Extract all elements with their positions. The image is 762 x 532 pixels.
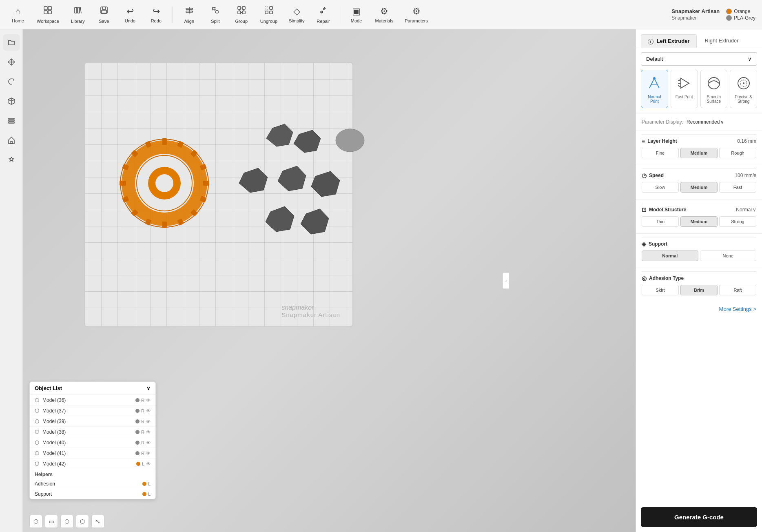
toolbar-group[interactable]: Group (230, 3, 253, 26)
sidebar-item-house[interactable] (3, 132, 20, 149)
bottom-tool-expand[interactable]: ⤡ (91, 515, 104, 528)
generate-gcode-button[interactable]: Generate G-code (641, 507, 757, 527)
layer-height-medium[interactable]: Medium (680, 148, 718, 158)
structure-thin[interactable]: Thin (642, 216, 679, 227)
param-display-value[interactable]: Recommended ∨ (687, 119, 724, 125)
bottom-tool-cube[interactable]: ⬡ (29, 515, 42, 528)
svg-point-32 (155, 174, 173, 192)
visibility-icon[interactable]: 👁 (146, 419, 151, 424)
visibility-icon[interactable]: 👁 (146, 430, 151, 434)
visibility-icon[interactable]: 👁 (146, 408, 151, 413)
model-icon: ⬡ (35, 418, 39, 424)
layer-height-fine[interactable]: Fine (642, 148, 679, 158)
list-item[interactable]: ⬡ Model (36) R 👁 (30, 395, 155, 406)
tab-left-extruder[interactable]: i Left Extruder (641, 34, 697, 48)
list-item[interactable]: ⬡ Model (38) R 👁 (30, 427, 155, 437)
sidebar-item-transform[interactable] (3, 73, 20, 90)
toolbar-align[interactable]: Align (178, 3, 201, 26)
collapse-icon[interactable]: ∨ (146, 385, 151, 391)
param-display-chevron: ∨ (720, 119, 724, 125)
svg-marker-55 (266, 206, 294, 232)
mode-smooth-surface[interactable]: Smooth Surface (700, 70, 728, 108)
repair-icon (319, 6, 328, 17)
svg-rect-4 (75, 7, 77, 13)
toolbar-mode[interactable]: ▣ Mode (345, 4, 368, 26)
svg-marker-52 (239, 168, 268, 193)
toolbar-home[interactable]: ⌂ Home (7, 4, 29, 26)
toolbar-split[interactable]: Split (204, 3, 227, 26)
speed-medium[interactable]: Medium (680, 182, 718, 193)
adhesion-raft[interactable]: Raft (719, 285, 756, 295)
visibility-icon[interactable]: 👁 (146, 398, 151, 403)
toolbar-undo[interactable]: ↩ Undo (119, 4, 142, 26)
toolbar-library[interactable]: Library (66, 3, 89, 26)
right-material-label: PLA-Grey (734, 15, 755, 21)
list-item[interactable]: ⬡ Model (40) R 👁 (30, 437, 155, 448)
layer-height-rough[interactable]: Rough (719, 148, 756, 158)
mode-normal-print[interactable]: Normal Print (641, 70, 668, 108)
layers-icon: ≡ (642, 138, 645, 144)
toolbar-workspace[interactable]: Workspace (33, 3, 63, 26)
layer-height-label: ≡ Layer Height (642, 138, 677, 144)
helper-support-item[interactable]: Support L (30, 489, 155, 499)
svg-marker-54 (311, 171, 340, 197)
svg-rect-1 (48, 7, 51, 10)
visibility-icon[interactable]: 👁 (146, 440, 151, 445)
precise-strong-label: Precise & Strong (733, 95, 754, 104)
more-settings-link[interactable]: More Settings > (636, 302, 762, 316)
support-none[interactable]: None (700, 250, 757, 261)
bottom-tool-shape[interactable]: ⬡ (76, 515, 89, 528)
svg-rect-20 (265, 11, 268, 14)
structure-icon: ⊡ (642, 206, 647, 213)
support-section: ◈ Support Normal None (636, 233, 762, 268)
toolbar-materials[interactable]: ⚙ Materials (371, 4, 398, 26)
panel-collapse-handle[interactable]: ‹ (503, 273, 509, 289)
mode-precise-strong[interactable]: Precise & Strong (730, 70, 757, 108)
adhesion-icon: ◎ (642, 275, 647, 282)
right-material-row: PLA-Grey (726, 15, 755, 21)
structure-strong[interactable]: Strong (719, 216, 756, 227)
parameter-display-section: Parameter Display: Recommended ∨ (636, 113, 762, 131)
speed-fast[interactable]: Fast (719, 182, 756, 193)
svg-rect-17 (242, 11, 245, 14)
support-normal[interactable]: Normal (642, 250, 698, 261)
sidebar-item-folder[interactable] (3, 34, 20, 51)
svg-rect-21 (270, 11, 272, 14)
sidebar-item-layers[interactable] (3, 113, 20, 129)
list-item[interactable]: ⬡ Model (37) R 👁 (30, 406, 155, 416)
fast-print-icon (675, 74, 693, 92)
model-structure-value[interactable]: Normal ∨ (736, 207, 756, 213)
svg-rect-16 (238, 11, 241, 14)
speed-label: ◷ Speed (642, 172, 664, 179)
mode-fast-print[interactable]: Fast Print (671, 70, 698, 108)
list-item[interactable]: ⬡ Model (39) R 👁 (30, 416, 155, 427)
visibility-icon[interactable]: 👁 (146, 461, 151, 466)
object-group-ring[interactable] (117, 136, 211, 232)
adhesion-brim[interactable]: Brim (680, 285, 718, 295)
bottom-tool-hex[interactable]: ⬡ (60, 515, 73, 528)
adhesion-skirt[interactable]: Skirt (642, 285, 679, 295)
sidebar-item-paint[interactable] (3, 152, 20, 168)
helper-adhesion-item[interactable]: Adhesion L (30, 479, 155, 489)
sidebar-item-cube[interactable] (3, 93, 20, 109)
bottom-tool-box[interactable]: ▭ (45, 515, 58, 528)
speed-row: ◷ Speed 100 mm/s Slow Medium Fast (642, 168, 756, 196)
tab-right-extruder[interactable]: Right Extruder (698, 34, 745, 48)
structure-medium[interactable]: Medium (680, 216, 718, 227)
sidebar-item-move[interactable] (3, 54, 20, 70)
viewport[interactable]: snapmaker Snapmaker Artisan Object List … (23, 29, 636, 532)
list-item[interactable]: ⬡ Model (41) R 👁 (30, 448, 155, 459)
profile-value: Default (646, 56, 663, 62)
toolbar-ungroup[interactable]: Ungroup (256, 3, 281, 26)
model-ext: R (141, 419, 144, 424)
toolbar-simplify[interactable]: ◇ Simplify (285, 4, 309, 26)
visibility-icon[interactable]: 👁 (146, 451, 151, 456)
list-item[interactable]: ⬡ Model (42) L 👁 (30, 459, 155, 469)
speed-slow[interactable]: Slow (642, 182, 679, 193)
toolbar-redo[interactable]: ↪ Redo (145, 4, 168, 26)
structure-buttons: Thin Medium Strong (642, 216, 756, 227)
toolbar-save[interactable]: Save (93, 3, 115, 26)
profile-dropdown[interactable]: Default ∨ (641, 52, 757, 66)
toolbar-parameters[interactable]: ⚙ Parameters (401, 4, 432, 26)
toolbar-repair[interactable]: Repair (312, 3, 335, 26)
